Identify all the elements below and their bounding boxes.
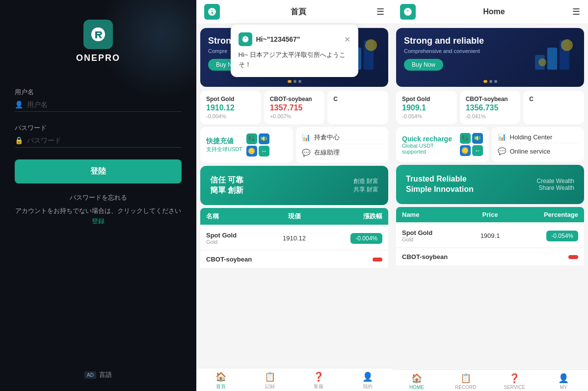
lang-badge: AD: [84, 371, 96, 379]
tr-name-gold-en: Spot Gold Gold: [402, 229, 461, 242]
price-card-c-jp: C: [327, 91, 388, 124]
promo-right1-en: Create Wealth: [537, 178, 574, 184]
tr-price-gold-en: 1909.1: [461, 232, 520, 239]
online-service-en[interactable]: 💬 Online service: [498, 145, 579, 157]
service-label-en: Online service: [510, 148, 550, 155]
service-nav-label-en: SERVICE: [504, 385, 526, 390]
popup-avatar-jp: [239, 32, 252, 46]
th-price-jp: 現価: [265, 212, 324, 221]
price-row-jp: Spot Gold 1910.12 -0.004% CBOT-soybean 1…: [196, 91, 392, 127]
dollar-icon-jp: 💵: [259, 133, 269, 144]
top-nav-en: Home ☰: [392, 0, 588, 24]
recharge-sub-jp: 支持全球USDT: [206, 146, 242, 153]
popup-close-jp[interactable]: ✕: [344, 35, 350, 44]
table-row: Spot Gold Gold 1909.1 -0.054%: [396, 224, 584, 247]
holding-center-jp[interactable]: 📊 持倉中心: [302, 131, 383, 144]
tr-soybean-main-en: CBOT-soybean: [402, 253, 461, 261]
tr-soybean-main-jp: CBOT-soybean: [206, 256, 265, 263]
price-value-soybean-jp: 1357.715: [270, 104, 319, 112]
password-wrapper: 🔒: [15, 136, 182, 148]
price-pct-gold-en: -0.054%: [402, 113, 451, 119]
my-label-jp: 我的: [363, 383, 373, 390]
top-nav-jp: 首頁 ☰: [196, 0, 392, 24]
service-nav-label-jp: 客服: [314, 383, 323, 390]
username-input[interactable]: [27, 101, 182, 108]
price-row-en: Spot Gold 1909.1 -0.054% CBOT-soybean 13…: [392, 91, 588, 127]
recharge-card-jp[interactable]: 快捷充値 支持全球USDT 💱 💵 🪙 ↔: [200, 127, 293, 163]
price-card-soybean-en: CBOT-soybean 1356.735 -0.041%: [460, 91, 521, 124]
recharge-icons-en: 💱 💵 🪙 ↔: [460, 133, 483, 156]
price-value-soybean-en: 1356.735: [466, 104, 515, 112]
service-nav-icon-jp: ❓: [313, 371, 324, 382]
register-link[interactable]: 登録: [92, 217, 105, 225]
services-row-en: Quick recharge Global USDT supported 💱 💵…: [392, 127, 588, 165]
nav-my-en[interactable]: 👤 MY: [539, 373, 588, 390]
login-form: 用户名 👤 パスワード 🔒 登陸 パスワードを忘れる アカウントをお持ちでない場…: [15, 88, 182, 227]
svg-point-3: [365, 39, 377, 51]
svg-point-8: [561, 39, 573, 51]
username-wrapper: 👤: [15, 101, 182, 112]
forgot-password-link[interactable]: パスワードを忘れる: [15, 193, 182, 202]
login-button[interactable]: 登陸: [15, 159, 182, 183]
tr-pct-gold-jp: -0.004%: [323, 233, 382, 244]
nav-record-en[interactable]: 📋 RECORD: [441, 373, 490, 390]
register-text: アカウントをお持ちでない場合は、クリックしてください 登録: [15, 206, 182, 227]
nav-home-jp[interactable]: 🏠 首頁: [196, 371, 245, 390]
nav-home-en[interactable]: 🏠 HOME: [392, 373, 441, 390]
nav-service-jp[interactable]: ❓ 客服: [294, 371, 344, 390]
table-row: Spot Gold Gold 1910.12 -0.004%: [200, 227, 388, 250]
table-body-jp: Spot Gold Gold 1910.12 -0.004% CBOT-soyb…: [200, 227, 388, 368]
nav-service-en[interactable]: ❓ SERVICE: [490, 373, 539, 390]
nav-my-jp[interactable]: 👤 我的: [343, 371, 392, 390]
pct-badge-soybean-jp: [373, 258, 382, 261]
price-card-gold-jp: Spot Gold 1910.12 -0.004%: [200, 91, 261, 124]
language-button[interactable]: AD 言語: [84, 370, 112, 379]
th-name-en: Name: [402, 211, 461, 218]
logo-text: ONEPRO: [76, 53, 120, 63]
dot-en-2: [489, 80, 492, 83]
transfer-icon-en: ↔: [472, 145, 483, 156]
price-name-gold-jp: Spot Gold: [206, 96, 255, 103]
popup-jp: Hi~"1234567" ✕ Hi~ 日本アジア太平洋取引所へようこそ！: [231, 25, 358, 77]
password-input[interactable]: [27, 136, 182, 144]
price-card-soybean-jp: CBOT-soybean 1357.715 +0.007%: [264, 91, 325, 124]
services-right-jp: 📊 持倉中心 💬 在線助理: [296, 127, 389, 163]
nav-title-jp: 首頁: [291, 7, 306, 17]
th-pct-en: Percentage: [519, 211, 578, 218]
home-icon-jp: 🏠: [215, 371, 226, 382]
tr-name-gold-jp: Spot Gold Gold: [206, 232, 265, 245]
record-label-en: RECORD: [455, 385, 476, 390]
bottom-nav-en: 🏠 HOME 📋 RECORD ❓ SERVICE 👤 MY: [392, 369, 588, 391]
record-icon-jp: 📋: [265, 371, 275, 382]
price-name-soybean-en: CBOT-soybean: [466, 96, 515, 103]
price-name-c-en: C: [529, 96, 578, 103]
username-label: 用户名: [15, 88, 182, 97]
promo-banner-en: Trusted Reliable Simple Innovation Creat…: [396, 165, 584, 204]
home-label-jp: 首頁: [216, 383, 226, 390]
th-name-jp: 名稱: [206, 212, 265, 221]
promo-left-en: Trusted Reliable Simple Innovation: [406, 174, 537, 195]
service-icon-en: 💬: [498, 147, 506, 155]
right-section: 首頁 ☰ Stron Compre Buy Now: [196, 0, 588, 391]
hamburger-menu-jp[interactable]: ☰: [376, 6, 384, 17]
service-icon-jp: 💬: [302, 149, 310, 156]
online-service-jp[interactable]: 💬 在線助理: [302, 146, 383, 159]
holding-center-en[interactable]: 📊 Holding Center: [498, 131, 579, 143]
nav-title-en: Home: [483, 7, 505, 16]
hamburger-menu-en[interactable]: ☰: [572, 6, 580, 17]
holding-icon-jp: 📊: [302, 133, 310, 141]
service-nav-icon-en: ❓: [509, 373, 520, 384]
banner-btn-en[interactable]: Buy Now: [404, 59, 443, 71]
dot-en-3: [494, 80, 497, 83]
recharge-sub-en: Global USDT supported: [402, 143, 456, 155]
service-label-jp: 在線助理: [314, 148, 340, 157]
price-value-gold-en: 1909.1: [402, 104, 451, 112]
nav-record-jp[interactable]: 📋 記録: [245, 371, 294, 390]
table-header-jp: 名稱 現価 漲跌幅: [200, 208, 388, 225]
record-label-jp: 記録: [265, 383, 275, 390]
price-pct-soybean-jp: +0.007%: [270, 113, 319, 119]
recharge-card-en[interactable]: Quick recharge Global USDT supported 💱 💵…: [396, 127, 489, 162]
logo-area: ONEPRO: [76, 20, 120, 63]
table-row: CBOT-soybean: [200, 251, 388, 268]
lock-icon: 🔒: [15, 136, 23, 144]
